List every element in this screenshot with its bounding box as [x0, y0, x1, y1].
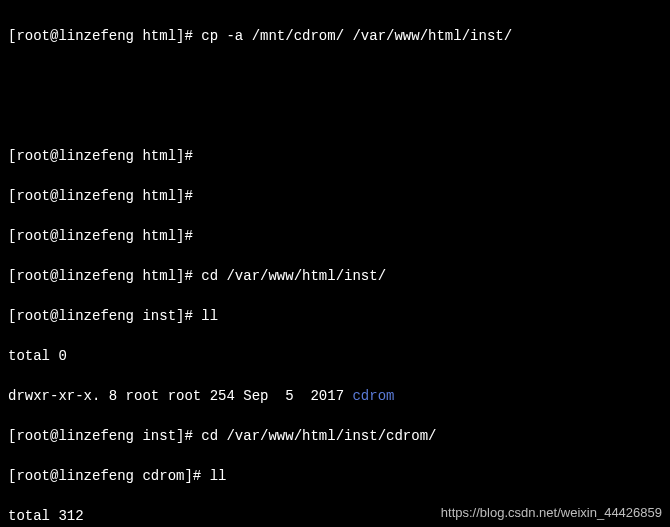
command-line: [root@linzefeng html]#	[8, 226, 662, 246]
total-line: total 0	[8, 348, 67, 364]
prompt: [root@linzefeng html]#	[8, 228, 201, 244]
prompt: [root@linzefeng inst]#	[8, 308, 201, 324]
dir-name: cdrom	[352, 388, 394, 404]
command-line: [root@linzefeng cdrom]# ll	[8, 466, 662, 486]
file-meta: drwxr-xr-x. 8 root root 254 Sep 5 2017	[8, 388, 352, 404]
command-text: cp -a /mnt/cdrom/ /var/www/html/inst/	[201, 28, 512, 44]
prompt: [root@linzefeng html]#	[8, 268, 201, 284]
command-line: [root@linzefeng inst]# cd /var/www/html/…	[8, 426, 662, 446]
command-line: [root@linzefeng html]#	[8, 186, 662, 206]
command-text: ll	[210, 468, 227, 484]
prompt: [root@linzefeng html]#	[8, 28, 201, 44]
command-line: [root@linzefeng html]# cd /var/www/html/…	[8, 266, 662, 286]
command-text: cd /var/www/html/inst/	[201, 268, 386, 284]
command-text: cd /var/www/html/inst/cdrom/	[201, 428, 436, 444]
output-line: total 0	[8, 346, 662, 366]
command-text: ll	[201, 308, 218, 324]
terminal-window[interactable]: [root@linzefeng html]# cp -a /mnt/cdrom/…	[0, 0, 670, 527]
prompt: [root@linzefeng html]#	[8, 188, 201, 204]
prompt: [root@linzefeng inst]#	[8, 428, 201, 444]
command-line: [root@linzefeng html]# cp -a /mnt/cdrom/…	[8, 26, 662, 46]
command-line: [root@linzefeng inst]# ll	[8, 306, 662, 326]
total-line: total 312	[8, 508, 84, 524]
watermark-text: https://blog.csdn.net/weixin_44426859	[441, 503, 662, 523]
blank-line	[8, 106, 662, 126]
listing-row: drwxr-xr-x. 8 root root 254 Sep 5 2017 c…	[8, 386, 662, 406]
prompt: [root@linzefeng cdrom]#	[8, 468, 210, 484]
prompt: [root@linzefeng html]#	[8, 148, 201, 164]
blank-line	[8, 66, 662, 86]
command-line: [root@linzefeng html]#	[8, 146, 662, 166]
